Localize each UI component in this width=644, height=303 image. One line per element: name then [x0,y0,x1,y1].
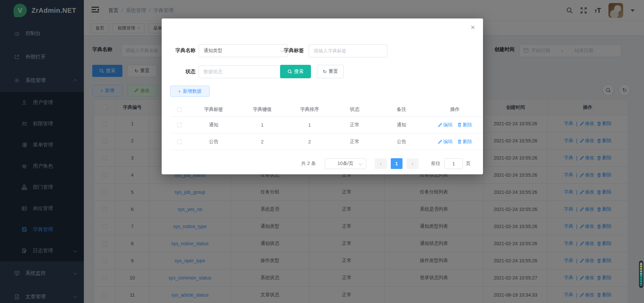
column-header: 操作 [427,102,483,116]
column-header: 备注 [376,102,427,116]
goto-unit: 页 [466,161,471,167]
page-size-select[interactable]: 10条/页 [325,158,366,169]
refresh-icon: ↻ [323,69,327,74]
dialog-search-label: 搜索 [294,69,304,75]
scrollbar-stripes [640,263,642,286]
page-size-value: 10条/页 [337,161,353,167]
dialog-table-row: 通知11正常通知编辑删除 [170,117,483,133]
row-edit-link[interactable]: 编辑 [438,122,453,128]
pagination-total: 共 2 条 [301,161,316,167]
dialog-dict-tag-placeholder: 请输入字典标签 [314,48,346,54]
cell-sort: 2 [286,133,333,150]
dialog-dict-name-select[interactable]: 通知类型 [199,44,288,57]
pagination: 共 2 条 10条/页 ‹ 1 › 前往 1 页 [162,158,483,169]
dialog-status-select[interactable]: 数据状态 [199,66,288,78]
dialog-close-icon[interactable]: × [471,24,475,31]
cell-value: 1 [239,117,286,133]
current-page-button[interactable]: 1 [391,158,402,169]
pencil-icon [438,123,442,127]
cell-note: 通知 [376,117,427,133]
dialog-dict-name-value: 通知类型 [204,48,222,54]
trash-icon [458,139,462,144]
dialog-reset-button[interactable]: ↻ 重置 [317,65,344,78]
dialog-search-button[interactable]: 搜索 [280,65,311,78]
prev-page-button[interactable]: ‹ [375,158,387,169]
cell-status: 正常 [333,117,376,133]
dialog-status-label: 状态 [170,69,196,75]
pencil-icon [438,140,442,144]
next-page-button[interactable]: › [407,158,419,169]
row-delete-link[interactable]: 删除 [458,122,472,128]
column-header: 字典键值 [239,102,286,116]
cell-value: 2 [239,133,286,150]
dialog-add-data-button[interactable]: + 新增数据 [170,86,210,97]
goto-page-input[interactable]: 1 [444,158,463,169]
dialog-table-row: 公告22正常公告编辑删除 [170,133,483,150]
plus-icon: + [178,89,181,94]
scrollbar-thumb[interactable] [639,261,643,288]
cell-sort: 1 [286,117,333,133]
row-edit-link[interactable]: 编辑 [438,139,453,145]
dialog-add-data-label: 新增数据 [183,88,202,94]
row-checkbox[interactable] [177,139,182,144]
select-all-checkbox[interactable] [177,107,182,112]
dialog-status-placeholder: 数据状态 [204,69,222,75]
column-header: 字典标签 [189,102,239,116]
column-header: 字典排序 [286,102,333,116]
chevron-down-icon [359,162,362,165]
cell-note: 公告 [376,133,427,150]
cell-status: 正常 [333,133,376,150]
row-delete-link[interactable]: 删除 [458,139,472,145]
dict-data-dialog: × 字典名称 通知类型 字典标签 请输入字典标签 状态 数据状态 搜索 ↻ 重置… [162,18,483,174]
trash-icon [458,123,462,127]
dialog-table-header: 字典标签字典键值字典排序状态备注操作 [170,102,483,117]
column-header: 状态 [333,102,376,116]
dialog-reset-label: 重置 [329,69,338,75]
dialog-dict-tag-input[interactable]: 请输入字典标签 [309,44,387,57]
goto-label: 前往 [431,161,440,167]
cell-label: 公告 [189,133,239,150]
dialog-dict-name-label: 字典名称 [170,47,196,54]
dict-data-table: 字典标签字典键值字典排序状态备注操作通知11正常通知编辑删除公告22正常公告编辑… [170,102,483,150]
cell-label: 通知 [189,117,239,133]
row-checkbox[interactable] [177,123,182,127]
dialog-dict-tag-label: 字典标签 [278,47,304,54]
